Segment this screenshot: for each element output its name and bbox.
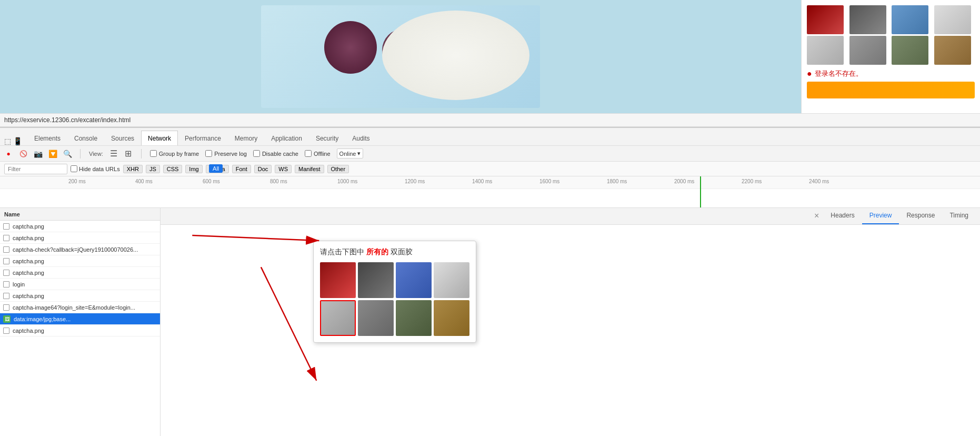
request-item-10[interactable]: captcha.png	[0, 325, 160, 336]
request-item-7[interactable]: captcha.png	[0, 290, 160, 302]
item-checkbox-4[interactable]	[3, 258, 9, 264]
record-icon[interactable]: ●	[4, 150, 13, 158]
captcha-img-6[interactable]	[358, 300, 394, 336]
filter-icon[interactable]: 🔽	[48, 150, 57, 158]
tick-1600: 1600 ms	[539, 179, 559, 184]
filter-type-doc[interactable]: Doc	[254, 165, 272, 173]
captcha-img-5[interactable]	[320, 300, 356, 336]
inspect-icon[interactable]: ⬚	[4, 137, 11, 145]
tab-response[interactable]: Response	[899, 208, 942, 224]
disable-cache-checkbox[interactable]: Disable cache	[253, 150, 298, 157]
tab-timing[interactable]: Timing	[942, 208, 976, 224]
search-icon[interactable]: 🔍	[63, 150, 72, 158]
request-list: Name captcha.png captcha.png captcha-che…	[0, 208, 161, 436]
tick-2000: 2000 ms	[674, 179, 694, 184]
request-item-3[interactable]: captcha-check?callback=jQuery19100007002…	[0, 244, 160, 255]
captcha-img-3[interactable]	[396, 262, 432, 298]
tick-1200: 1200 ms	[405, 179, 425, 184]
filter-type-js[interactable]: JS	[146, 165, 160, 173]
disable-cache-label: Disable cache	[262, 151, 298, 157]
captcha-img-7[interactable]	[396, 300, 432, 336]
group-by-frame-checkbox[interactable]: Group by frame	[150, 150, 199, 157]
tab-preview[interactable]: Preview	[862, 208, 899, 224]
item-checkbox-6[interactable]	[3, 281, 9, 288]
disable-cache-input[interactable]	[253, 150, 260, 157]
request-item-2[interactable]: captcha.png	[0, 232, 160, 244]
hide-data-urls-input[interactable]	[71, 165, 77, 172]
item-icon-9: 🖼	[3, 315, 11, 323]
camera-icon[interactable]: 📷	[34, 150, 42, 158]
panel-tab-bar: × Headers Preview Response Timing	[161, 208, 980, 225]
online-dropdown[interactable]: Online ▾	[337, 148, 364, 158]
tab-sources[interactable]: Sources	[104, 131, 141, 145]
filter-type-xhr[interactable]: XHR	[123, 165, 143, 173]
filter-type-manifest[interactable]: Manifest	[295, 165, 324, 173]
item-name-5: captcha.png	[13, 270, 157, 276]
view-list-icon[interactable]: ☰	[109, 150, 118, 158]
tab-network[interactable]: Network	[141, 131, 178, 145]
offline-checkbox[interactable]: Offline	[305, 150, 331, 157]
request-item-8[interactable]: captcha-image64?login_site=E&module=logi…	[0, 302, 160, 313]
preserve-log-checkbox[interactable]: Preserve log	[205, 150, 247, 157]
captcha-img-8[interactable]	[434, 300, 469, 336]
tab-performance[interactable]: Performance	[178, 131, 228, 145]
item-checkbox-3[interactable]	[3, 246, 9, 253]
item-checkbox-10[interactable]	[3, 328, 9, 334]
dropdown-arrow-icon: ▾	[357, 150, 361, 157]
tab-application[interactable]: Application	[264, 131, 309, 145]
tab-headers[interactable]: Headers	[823, 208, 862, 224]
item-checkbox-7[interactable]	[3, 293, 9, 299]
filter-type-font[interactable]: Font	[232, 165, 251, 173]
request-item-9[interactable]: 🖼 data:image/jpg;base...	[0, 313, 160, 325]
filter-type-all[interactable]: All	[209, 164, 223, 173]
request-item-4[interactable]: captcha.png	[0, 255, 160, 267]
captcha-img-1[interactable]	[320, 262, 356, 298]
group-by-frame-input[interactable]	[150, 150, 157, 157]
url-bar: https://exservice.12306.cn/excater/index…	[0, 113, 980, 127]
filter-type-ws[interactable]: WS	[275, 165, 292, 173]
captcha-title-suffix: 双面胶	[391, 247, 413, 256]
captcha-title-prefix: 请点击下图中	[320, 247, 364, 256]
timeline-green-line	[700, 176, 701, 208]
item-checkbox-8[interactable]	[3, 304, 9, 311]
product-img-8	[934, 36, 971, 65]
tick-1000: 1000 ms	[337, 179, 357, 184]
item-checkbox-5[interactable]	[3, 270, 9, 276]
stop-icon[interactable]: 🚫	[19, 150, 27, 158]
item-checkbox-2[interactable]	[3, 235, 9, 241]
captcha-img-4[interactable]	[434, 262, 469, 298]
request-item-1[interactable]: captcha.png	[0, 221, 160, 232]
item-checkbox-1[interactable]	[3, 223, 9, 230]
filter-type-css[interactable]: CSS	[163, 165, 183, 173]
group-by-frame-label: Group by frame	[159, 151, 199, 157]
product-img-3	[892, 5, 928, 34]
timeline-ruler: 200 ms 400 ms 600 ms 800 ms 1000 ms 1200…	[0, 176, 980, 189]
preserve-log-input[interactable]	[205, 150, 212, 157]
captcha-popup: 请点击下图中 所有的 双面胶	[313, 241, 476, 343]
item-name-6: login	[13, 281, 157, 288]
tab-audits[interactable]: Audits	[345, 131, 376, 145]
filter-input[interactable]	[4, 164, 67, 174]
tab-security[interactable]: Security	[309, 131, 345, 145]
device-icon[interactable]: 📱	[13, 137, 22, 145]
tab-console[interactable]: Console	[67, 131, 104, 145]
online-label: Online	[339, 151, 356, 157]
filter-type-other[interactable]: Other	[327, 165, 349, 173]
captcha-img-2[interactable]	[358, 262, 394, 298]
request-item-5[interactable]: captcha.png	[0, 267, 160, 279]
view-grid-icon[interactable]: ⊞	[124, 150, 133, 158]
hide-data-urls-checkbox[interactable]: Hide data URLs	[71, 165, 120, 172]
orange-button-bar[interactable]	[807, 82, 975, 98]
item-name-3: captcha-check?callback=jQuery19100007002…	[13, 246, 157, 253]
browser-page: ● 登录名不存在。 https://exservice.12306.cn/exc…	[0, 0, 980, 436]
offline-input[interactable]	[305, 150, 312, 157]
tab-elements[interactable]: Elements	[27, 131, 67, 145]
product-image-grid	[807, 5, 975, 65]
request-item-6[interactable]: login	[0, 279, 160, 290]
name-column-header: Name	[4, 211, 20, 217]
captcha-title-highlight: 所有的	[366, 247, 388, 256]
panel-close-button[interactable]: ×	[810, 208, 823, 224]
captcha-image-grid[interactable]	[320, 262, 469, 336]
filter-type-img[interactable]: Img	[185, 165, 202, 173]
tab-memory[interactable]: Memory	[228, 131, 264, 145]
